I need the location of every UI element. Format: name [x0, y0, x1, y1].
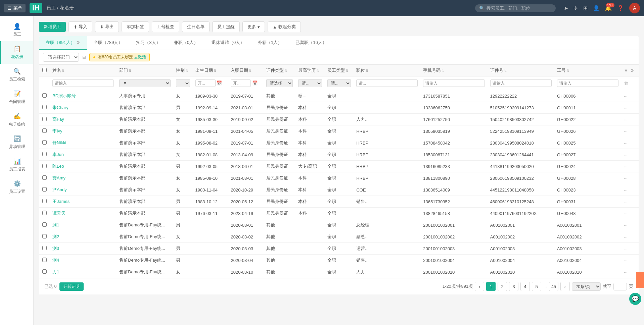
- row-name-10[interactable]: 谭天天: [50, 208, 117, 219]
- filter-birthdate-input[interactable]: [195, 79, 216, 87]
- row-name-4[interactable]: 舒Nikki: [50, 137, 117, 149]
- search-box[interactable]: 🔍: [475, 4, 556, 12]
- filter-education-select[interactable]: 请...: [298, 79, 322, 87]
- sort-icon-dept[interactable]: ⇅: [129, 69, 131, 72]
- nav-grid-icon[interactable]: ⊞: [583, 5, 588, 11]
- row-name-2[interactable]: 高Fay: [50, 114, 117, 125]
- row-name-3[interactable]: 李Ivy: [50, 125, 117, 137]
- sidebar-item-esign[interactable]: ✍️ 电子签约: [0, 109, 33, 131]
- tab-foreign[interactable]: 外籍（1人）: [251, 36, 289, 50]
- reminder-button[interactable]: 员工提醒: [212, 21, 240, 32]
- nav-user-icon[interactable]: 👤: [593, 5, 600, 11]
- tab-all[interactable]: 全职（789人）: [87, 36, 130, 50]
- row-name-11[interactable]: 测1: [50, 219, 117, 231]
- row-check-6[interactable]: [42, 164, 47, 168]
- nav-arrow-icon[interactable]: ➤: [564, 5, 568, 11]
- row-action-2[interactable]: ···: [621, 114, 639, 125]
- sort-icon-education[interactable]: ⇅: [316, 69, 319, 72]
- row-check-11[interactable]: [42, 222, 47, 227]
- row-check-3[interactable]: [42, 128, 47, 133]
- goto-input[interactable]: [613, 283, 627, 290]
- filter-position-input[interactable]: [356, 79, 418, 87]
- row-name-7[interactable]: 龚Amy: [50, 172, 117, 184]
- row-name-5[interactable]: 李Jun: [50, 149, 117, 161]
- help-icon[interactable]: ❓: [617, 5, 624, 11]
- nav-send-icon[interactable]: ✈: [573, 5, 578, 11]
- add-tag-button[interactable]: 添加标签: [122, 21, 149, 32]
- row-action-6[interactable]: ···: [621, 161, 639, 172]
- row-check-2[interactable]: [42, 117, 47, 121]
- filter-dept-select[interactable]: ▼: [119, 79, 171, 87]
- tab-gear-icon[interactable]: ⚙: [76, 40, 80, 45]
- row-name-0[interactable]: BD演示账号: [50, 90, 117, 102]
- row-action-1[interactable]: ···: [621, 102, 639, 114]
- tab-intern[interactable]: 实习（3人）: [129, 36, 167, 50]
- filter-name-input[interactable]: [52, 79, 114, 87]
- delete-filter-icon[interactable]: 🗑: [624, 81, 628, 86]
- tab-resigned[interactable]: 已离职（16人）: [289, 36, 333, 50]
- filter-emptype-select[interactable]: 请...: [327, 79, 351, 87]
- warning-link[interactable]: 去激活: [134, 55, 146, 59]
- filter-empno-input[interactable]: [557, 79, 618, 87]
- filter-icon[interactable]: ▼: [624, 68, 628, 73]
- filter-phone-input[interactable]: [423, 79, 485, 87]
- sort-icon-emptype[interactable]: ⇅: [346, 69, 348, 72]
- row-check-12[interactable]: [42, 234, 47, 238]
- sort-icon-name[interactable]: ⇅: [62, 69, 64, 72]
- notification-icon[interactable]: 🔔 99+: [605, 5, 612, 11]
- sort-icon-position[interactable]: ⇅: [366, 69, 368, 72]
- avatar[interactable]: A: [629, 3, 640, 13]
- row-check-9[interactable]: [42, 199, 47, 203]
- row-action-4[interactable]: ···: [621, 137, 639, 149]
- tab-retired[interactable]: 退休返聘（0人）: [205, 36, 251, 50]
- page-3-button[interactable]: 3: [509, 282, 518, 291]
- row-check-4[interactable]: [42, 140, 47, 145]
- page-2-button[interactable]: 2: [498, 282, 507, 291]
- sort-icon-joindate[interactable]: ⇅: [249, 69, 251, 72]
- add-employee-button[interactable]: 新增员工: [39, 22, 66, 32]
- sort-icon-idtype[interactable]: ⇅: [284, 69, 287, 72]
- sort-icon-empno[interactable]: ⇅: [566, 69, 569, 72]
- page-45-button[interactable]: 45: [549, 282, 558, 291]
- page-1-button[interactable]: 1: [486, 282, 496, 291]
- menu-button[interactable]: ☰ 菜单: [4, 4, 26, 12]
- row-action-11[interactable]: ···: [621, 219, 639, 231]
- dept-select[interactable]: 请选择部门: [43, 53, 79, 62]
- row-name-1[interactable]: 朱Chary: [50, 102, 117, 114]
- row-action-7[interactable]: ···: [621, 172, 639, 184]
- row-name-9[interactable]: 王James: [50, 196, 117, 208]
- select-all-checkbox[interactable]: [42, 68, 47, 72]
- row-name-8[interactable]: 尹Andy: [50, 184, 117, 196]
- row-action-14[interactable]: ···: [621, 255, 639, 266]
- sidebar-item-transfer[interactable]: 🔄 异动管理: [0, 131, 33, 154]
- row-check-14[interactable]: [42, 258, 47, 262]
- filter-joindate-input[interactable]: [231, 79, 251, 87]
- filter-idtype-select[interactable]: 请选择: [266, 79, 293, 87]
- row-check-10[interactable]: [42, 211, 47, 215]
- export-button[interactable]: ⬇ 导出: [95, 21, 119, 32]
- page-4-button[interactable]: 4: [520, 282, 530, 291]
- row-action-3[interactable]: ···: [621, 125, 639, 137]
- tab-part[interactable]: 兼职（0人）: [167, 36, 205, 50]
- job-check-button[interactable]: 工号检查: [152, 21, 179, 32]
- more-button[interactable]: 更多 ▾: [242, 21, 265, 32]
- birthday-button[interactable]: 生日名单: [182, 21, 210, 32]
- row-check-0[interactable]: [42, 93, 47, 98]
- row-name-15[interactable]: 力1: [50, 266, 117, 278]
- page-5-button[interactable]: 5: [532, 282, 541, 291]
- next-page-button[interactable]: ›: [560, 282, 570, 291]
- sort-icon-idno[interactable]: ⇅: [504, 69, 507, 72]
- row-check-13[interactable]: [42, 246, 47, 250]
- sidebar-item-settings[interactable]: ⚙️ 员工设置: [0, 176, 33, 199]
- float-chat-button[interactable]: 💬: [629, 293, 641, 305]
- row-name-12[interactable]: 测2: [50, 231, 117, 243]
- row-action-0[interactable]: ···: [621, 90, 639, 102]
- sort-icon-birthdate[interactable]: ⇅: [214, 69, 216, 72]
- sidebar-item-employee-search[interactable]: 🔍 员工检索: [0, 64, 33, 86]
- sidebar-item-roster[interactable]: 📋 花名册: [0, 41, 33, 64]
- row-action-8[interactable]: ···: [621, 184, 639, 196]
- float-sidebar-button[interactable]: [636, 272, 644, 288]
- row-action-10[interactable]: ···: [621, 208, 639, 219]
- row-action-13[interactable]: ···: [621, 243, 639, 255]
- settings-icon[interactable]: ⚙: [630, 68, 634, 73]
